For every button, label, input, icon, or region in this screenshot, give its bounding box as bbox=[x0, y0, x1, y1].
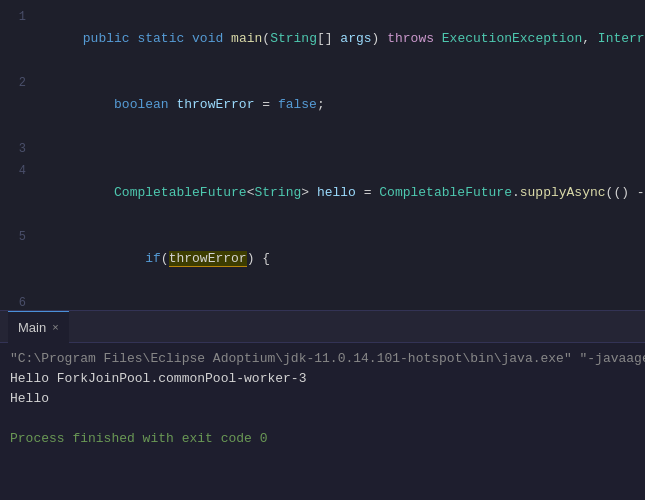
code-editor[interactable]: 1 public static void main(String[] args)… bbox=[0, 0, 645, 310]
process-finished-line: Process finished with exit code 0 bbox=[10, 429, 635, 449]
empty-line bbox=[10, 409, 635, 429]
line-number-2: 2 bbox=[0, 72, 36, 94]
line-number-5: 5 bbox=[0, 226, 36, 248]
console-tab-bar: Main × bbox=[0, 311, 645, 343]
line-number-3: 3 bbox=[0, 138, 36, 160]
tab-close-button[interactable]: × bbox=[52, 321, 58, 333]
console-panel: Main × "C:\Program Files\Eclipse Adoptiu… bbox=[0, 310, 645, 500]
line-number-6: 6 bbox=[0, 292, 36, 310]
console-output: "C:\Program Files\Eclipse Adoptium\jdk-1… bbox=[0, 343, 645, 500]
line-number-1: 1 bbox=[0, 6, 36, 28]
code-line-1: 1 public static void main(String[] args)… bbox=[0, 6, 645, 72]
command-line: "C:\Program Files\Eclipse Adoptium\jdk-1… bbox=[10, 349, 635, 369]
code-line-2: 2 boolean throwError = false; bbox=[0, 72, 645, 138]
output-line-2: Hello bbox=[10, 389, 635, 409]
main-tab[interactable]: Main × bbox=[8, 311, 69, 343]
output-line-1: Hello ForkJoinPool.commonPool-worker-3 bbox=[10, 369, 635, 389]
tab-label: Main bbox=[18, 320, 46, 335]
code-line-4: 4 CompletableFuture<String> hello = Comp… bbox=[0, 160, 645, 226]
line-number-4: 4 bbox=[0, 160, 36, 182]
code-line-3: 3 bbox=[0, 138, 645, 160]
code-line-6: 6 throw new IllegalArgumentException(); bbox=[0, 292, 645, 310]
code-line-5: 5 if(throwError) { bbox=[0, 226, 645, 292]
